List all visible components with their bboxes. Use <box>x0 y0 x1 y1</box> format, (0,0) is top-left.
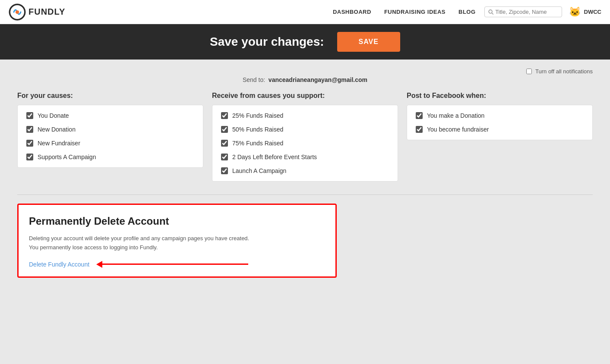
notifications-grid: For your causes:You DonateNew DonationNe… <box>17 92 593 182</box>
content-area: Turn off all notifications Send to: vanc… <box>0 60 610 295</box>
notif-item: 25% Funds Raised <box>221 112 389 119</box>
notif-checkbox-1-4[interactable] <box>221 167 228 174</box>
notif-label-1-0: 25% Funds Raised <box>232 112 283 119</box>
notif-column-1: Receive from causes you support:25% Fund… <box>212 92 398 182</box>
turn-off-label: Turn off all notifications <box>535 68 593 75</box>
notif-label-1-4: Launch A Campaign <box>232 167 286 174</box>
send-to-email: vanceadrianeangayan@gmail.com <box>269 76 367 83</box>
turn-off-all-checkbox[interactable] <box>526 69 532 74</box>
nav-fundraising-ideas[interactable]: FUNDRAISING IDEAS <box>384 9 446 15</box>
save-bar: Save your changes: SAVE <box>0 24 610 60</box>
user-menu[interactable]: 🐱 DWCC <box>569 6 601 18</box>
notif-label-2-1: You become fundraiser <box>427 126 489 133</box>
notif-box-2: You make a DonationYou become fundraiser <box>407 105 593 140</box>
svg-point-3 <box>489 9 492 13</box>
notif-label-0-3: Supports A Campaign <box>38 154 96 160</box>
notif-box-1: 25% Funds Raised50% Funds Raised75% Fund… <box>212 105 398 182</box>
svg-line-4 <box>492 13 493 14</box>
notif-checkbox-1-1[interactable] <box>221 126 228 133</box>
navbar-links: DASHBOARD FUNDRAISING IDEAS BLOG <box>333 9 476 15</box>
notif-label-0-0: You Donate <box>38 112 69 119</box>
notif-checkbox-2-1[interactable] <box>416 126 423 133</box>
svg-point-2 <box>16 10 19 14</box>
notif-item: You make a Donation <box>416 112 584 119</box>
delete-account-section: Permanently Delete Account Deleting your… <box>17 204 337 278</box>
user-avatar-icon: 🐱 <box>569 6 581 18</box>
notif-item: You Donate <box>26 112 194 119</box>
user-label: DWCC <box>584 9 601 15</box>
nav-dashboard[interactable]: DASHBOARD <box>333 9 371 15</box>
separator <box>17 195 593 195</box>
search-input[interactable] <box>495 9 558 15</box>
logo[interactable]: FUNDLY <box>9 3 65 21</box>
search-icon <box>488 9 494 15</box>
send-to: Send to: vanceadrianeangayan@gmail.com <box>17 76 593 83</box>
notif-checkbox-0-0[interactable] <box>26 112 33 119</box>
notif-column-0: For your causes:You DonateNew DonationNe… <box>17 92 203 182</box>
notif-checkbox-0-2[interactable] <box>26 140 33 147</box>
notif-checkbox-1-3[interactable] <box>221 154 228 160</box>
notif-item: New Fundraiser <box>26 140 194 147</box>
notif-label-1-2: 75% Funds Raised <box>232 140 283 147</box>
notif-label-1-1: 50% Funds Raised <box>232 126 283 133</box>
notif-box-0: You DonateNew DonationNew FundraiserSupp… <box>17 105 203 168</box>
notif-label-2-0: You make a Donation <box>427 112 484 119</box>
notif-item: 2 Days Left Before Event Starts <box>221 154 389 160</box>
notif-checkbox-1-0[interactable] <box>221 112 228 119</box>
logo-text: FUNDLY <box>28 7 65 17</box>
delete-desc-line2: You permanently lose access to logging i… <box>29 244 158 251</box>
notif-label-0-1: New Donation <box>38 126 76 133</box>
notif-checkbox-1-2[interactable] <box>221 140 228 147</box>
notif-column-title-1: Receive from causes you support: <box>212 92 398 100</box>
notif-item: 75% Funds Raised <box>221 140 389 147</box>
arrow-body <box>101 264 248 265</box>
delete-account-title: Permanently Delete Account <box>29 215 325 227</box>
send-to-label: Send to: <box>243 76 265 83</box>
delete-account-desc: Deleting your account will delete your p… <box>29 234 325 252</box>
notif-column-title-2: Post to Facebook when: <box>407 92 593 100</box>
turn-off-row: Turn off all notifications <box>17 68 593 75</box>
notif-checkbox-0-3[interactable] <box>26 154 33 160</box>
notif-item: 50% Funds Raised <box>221 126 389 133</box>
notif-label-0-2: New Fundraiser <box>38 140 80 147</box>
notif-label-1-3: 2 Days Left Before Event Starts <box>232 154 317 160</box>
notif-item: You become fundraiser <box>416 126 584 133</box>
arrow-annotation <box>96 261 248 268</box>
notif-item: Supports A Campaign <box>26 154 194 160</box>
delete-desc-line1: Deleting your account will delete your p… <box>29 235 249 242</box>
search-box[interactable] <box>484 6 562 17</box>
nav-blog[interactable]: BLOG <box>458 9 476 15</box>
notif-column-2: Post to Facebook when:You make a Donatio… <box>407 92 593 182</box>
notif-checkbox-0-1[interactable] <box>26 126 33 133</box>
navbar: FUNDLY DASHBOARD FUNDRAISING IDEAS BLOG … <box>0 0 610 24</box>
notif-item: New Donation <box>26 126 194 133</box>
notif-item: Launch A Campaign <box>221 167 389 174</box>
save-button[interactable]: SAVE <box>337 32 400 52</box>
notif-checkbox-2-0[interactable] <box>416 112 423 119</box>
notif-column-title-0: For your causes: <box>17 92 203 100</box>
delete-account-link-row: Delete Fundly Account <box>29 261 325 268</box>
delete-account-link[interactable]: Delete Fundly Account <box>29 261 89 268</box>
save-bar-title: Save your changes: <box>210 35 324 49</box>
